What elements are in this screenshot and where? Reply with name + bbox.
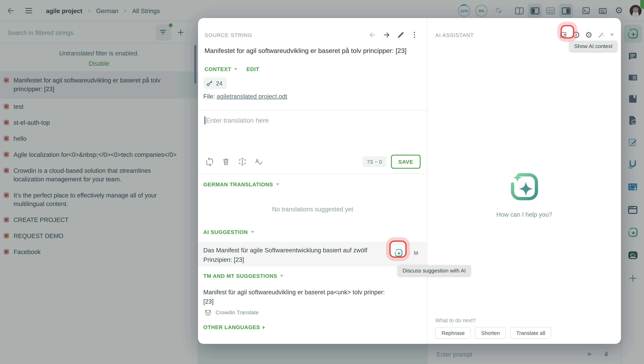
settings-button[interactable] (611, 3, 626, 18)
tool-preview-window[interactable] (624, 201, 642, 219)
show-ai-context-button[interactable] (570, 29, 582, 41)
string-menu-button[interactable] (407, 29, 421, 41)
view-side-by-side-button[interactable] (512, 4, 526, 18)
magic-wand-icon (598, 31, 605, 39)
context-toggle[interactable]: CONTEXT (204, 66, 237, 72)
tool-context-info[interactable] (624, 111, 642, 129)
search-input[interactable] (7, 26, 146, 38)
file-link[interactable]: agiletranslated project.odt (217, 93, 287, 100)
apply-suggestion-button[interactable] (411, 248, 421, 258)
save-button[interactable]: SAVE (391, 155, 421, 169)
shortcuts-button[interactable] (595, 3, 610, 18)
side-by-side-icon (515, 7, 523, 14)
filter-notice: Untranslated filter is enabled. Disable (0, 44, 198, 71)
breadcrumb-language[interactable]: German (96, 7, 118, 14)
copy-source-button[interactable] (202, 155, 217, 169)
list-item[interactable]: CREATE PROJECT (0, 212, 198, 228)
tool-translation-memory[interactable] (624, 68, 642, 86)
gear-icon (585, 31, 592, 39)
view-mode-group (512, 4, 573, 18)
ai-suggestion-section-toggle[interactable]: AI SUGGESTION (203, 229, 254, 235)
list-item-text: Facebook (14, 248, 41, 255)
other-languages-header: OTHER LANGUAGES (203, 324, 260, 330)
info-icon (572, 30, 580, 40)
select-text-button[interactable] (235, 155, 250, 169)
assistant-settings-button[interactable] (582, 29, 595, 41)
list-item[interactable]: Crowdin is a cloud-based solution that s… (0, 162, 198, 187)
disable-filter-link[interactable]: Disable (86, 60, 112, 67)
voice-input-button[interactable] (600, 348, 612, 360)
tm-header: TM AND MT SUGGESTIONS (203, 273, 277, 279)
view-left-panel-button[interactable] (528, 4, 542, 18)
back-button[interactable] (3, 3, 18, 18)
panel-title: SOURCE STRING (204, 32, 252, 38)
translate-all-button[interactable]: Translate all (510, 327, 551, 338)
spellcheck-button[interactable] (251, 155, 266, 169)
next-string-button[interactable] (380, 29, 393, 41)
file-row: File: agiletranslated project.odt (203, 93, 287, 100)
breadcrumb-project[interactable]: agile project (46, 7, 82, 14)
send-prompt-button[interactable] (584, 348, 596, 360)
list-item[interactable]: Facebook (0, 244, 198, 260)
tool-comments[interactable] (624, 47, 642, 65)
list-item[interactable]: REQUEST DEMO (0, 228, 198, 244)
notes-pencil-icon (494, 6, 504, 15)
tm-section-toggle[interactable]: TM AND MT SUGGESTIONS (203, 273, 283, 279)
terminal-icon (582, 6, 591, 15)
view-right-panel-button[interactable] (559, 4, 573, 18)
prompt-input[interactable] (436, 348, 571, 360)
send-icon (586, 350, 593, 359)
main-menu-button[interactable] (21, 3, 36, 18)
view-horizontal-button[interactable] (543, 4, 557, 18)
rephrase-button[interactable]: Rephrase (435, 327, 471, 338)
untranslated-status-icon (4, 168, 9, 173)
untranslated-status-icon (4, 192, 9, 198)
list-item[interactable]: It's the perfect place to effectively ma… (0, 187, 198, 212)
list-item[interactable]: test (0, 98, 198, 114)
list-item[interactable]: Agile localization for<0>&nbsp;</0><0>te… (0, 146, 198, 162)
translation-input[interactable]: Enter translation here (204, 116, 421, 150)
clear-translation-button[interactable] (218, 155, 233, 169)
proofread-mode-button[interactable] (492, 3, 506, 18)
comments-icon (628, 51, 638, 62)
tool-ai-suggestions[interactable] (624, 223, 642, 241)
filter-icon (159, 28, 168, 37)
tool-review[interactable] (624, 246, 642, 264)
other-languages-toggle[interactable]: OTHER LANGUAGES (203, 324, 265, 330)
tool-glossary[interactable] (624, 90, 642, 108)
list-item[interactable]: Manifestet for agil softwareudvikling er… (0, 72, 198, 98)
strings-sidebar: Untranslated filter is enabled. Disable … (0, 21, 198, 364)
tool-notes[interactable] (624, 133, 642, 151)
new-chat-button[interactable] (557, 29, 570, 41)
tool-add-panel[interactable] (624, 269, 642, 287)
notes-edit-icon (627, 137, 638, 148)
translations-section-toggle[interactable]: GERMAN TRANSLATIONS (203, 181, 279, 188)
ai-suggestion-row[interactable]: Das Manifest für agile Softwareentwicklu… (198, 242, 427, 266)
auto-fix-button[interactable] (595, 29, 607, 41)
approved-progress-badge[interactable]: 0% (474, 4, 488, 18)
previous-string-button[interactable] (366, 29, 380, 41)
filter-button[interactable] (156, 25, 171, 40)
ai-assistant-logo (507, 170, 541, 204)
list-item-text: Crowdin is a cloud-based solution that s… (14, 167, 151, 183)
discuss-suggestion-button[interactable] (391, 245, 406, 260)
edit-source-button[interactable] (394, 29, 407, 41)
add-string-button[interactable] (174, 26, 187, 39)
tool-machine-translation[interactable] (624, 156, 642, 174)
shorten-button[interactable]: Shorten (475, 327, 506, 338)
edit-context-link[interactable]: EDIT (246, 66, 259, 72)
notice-filter-name: Untranslated (59, 50, 94, 57)
console-button[interactable] (579, 3, 593, 18)
tool-screenshot[interactable] (624, 178, 642, 196)
list-item[interactable]: st-el-auth-top (0, 114, 198, 130)
char-count: 73 (367, 159, 373, 165)
list-scrollbar[interactable] (194, 45, 196, 84)
avatar[interactable] (629, 5, 641, 16)
string-key-chip[interactable]: 24 (203, 78, 227, 89)
assistant-more-button[interactable] (607, 29, 617, 41)
list-item[interactable]: hello (0, 130, 198, 146)
tm-suggestion-text[interactable]: Manifest für agil softwareudvikling er b… (203, 287, 392, 306)
translated-progress-badge[interactable]: 12% (457, 4, 471, 18)
tool-ai-assistant[interactable] (624, 25, 642, 43)
breadcrumb-view[interactable]: All Strings (132, 7, 160, 14)
